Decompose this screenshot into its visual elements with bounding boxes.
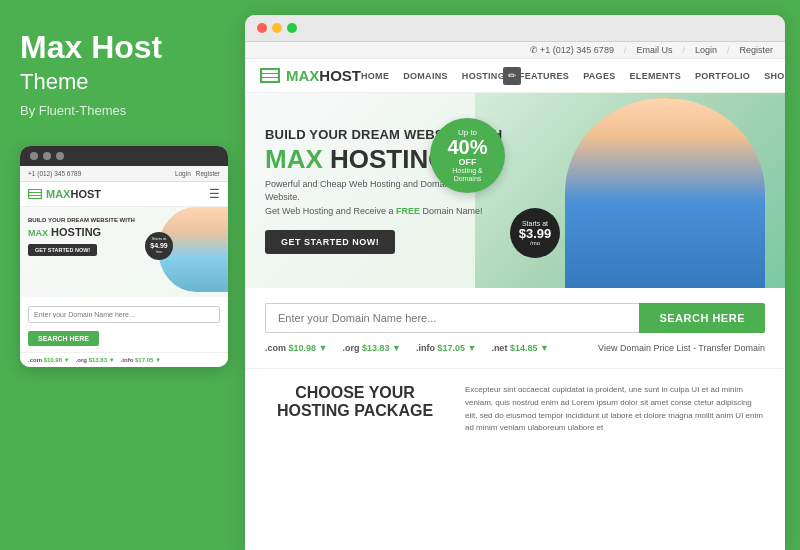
domain-search-section: SEARCH HERE .com $10.98 ▼ .org $13.83 ▼ … — [245, 288, 785, 369]
theme-subtitle: Theme — [20, 69, 88, 95]
hero-person-body — [565, 98, 765, 288]
mobile-logo: MAXHOST — [28, 188, 101, 200]
hosting-description: Excepteur sint occaecat cupidatat ia pro… — [465, 384, 765, 435]
dot-2 — [43, 152, 51, 160]
topbar-register[interactable]: Register — [739, 45, 773, 55]
hosting-section: CHOOSE YOUR HOSTING PACKAGE Excepteur si… — [245, 369, 785, 450]
mobile-domain-section: SEARCH HERE — [20, 297, 228, 352]
site-hero: BUILD YOUR DREAM WEBSITE WITH MAX HOSTIN… — [245, 93, 785, 288]
mobile-starts-badge: Starts at $4.99 /mo — [145, 232, 173, 260]
domain-search-row: SEARCH HERE — [265, 303, 765, 333]
nav-portfolio[interactable]: PORTFOLIO — [695, 71, 750, 81]
price-org: .org $13.83 ▼ — [342, 343, 400, 353]
topbar-sep3: / — [727, 45, 730, 55]
hero-cta-button[interactable]: GET STARTED NOW! — [265, 230, 395, 254]
mobile-phone: +1 (012) 345 6789 — [28, 170, 81, 177]
starts-mo: /mo — [530, 240, 540, 246]
site-logo: MAXHOST — [260, 67, 361, 84]
nav-domains[interactable]: DOMAINS — [403, 71, 448, 81]
theme-author: By Fluent-Themes — [20, 103, 126, 118]
mobile-price-org: .org $13.83 ▼ — [76, 357, 115, 363]
mobile-topbar: +1 (012) 345 6789 Login Register — [20, 166, 228, 182]
mobile-topbar-links: Login Register — [175, 170, 220, 177]
domain-search-button[interactable]: SEARCH HERE — [639, 303, 765, 333]
mobile-domain-prices: .com $10.98 ▼ .org $13.83 ▼ .info $17.05… — [20, 352, 228, 367]
free-label: FREE — [396, 206, 420, 216]
mobile-logo-icon — [28, 189, 42, 199]
view-domain-prices-link[interactable]: View Domain Price List - Transfer Domain — [598, 343, 765, 353]
price-com: .com $10.98 ▼ — [265, 343, 327, 353]
hero-max: MAX — [265, 144, 323, 174]
hero-discount-badge: Up to 40% OFF Hosting &Domains — [430, 118, 505, 193]
mobile-price-com: .com $10.98 ▼ — [28, 357, 70, 363]
domain-search-input[interactable] — [265, 303, 639, 333]
window-maximize-dot[interactable] — [287, 23, 297, 33]
badge-pct: 40% — [447, 137, 487, 157]
mobile-search-button[interactable]: SEARCH HERE — [28, 331, 99, 346]
left-panel: Max Host Theme By Fluent-Themes +1 (012)… — [0, 0, 245, 550]
starts-price: $3.99 — [519, 227, 552, 240]
mobile-card-chrome — [20, 146, 228, 166]
badge-desc: Hosting &Domains — [452, 167, 482, 184]
starts-at-badge: Starts at $3.99 /mo — [510, 208, 560, 258]
site-topbar: ✆ +1 (012) 345 6789 / Email Us / Login /… — [245, 42, 785, 59]
hosting-package-label: HOSTING PACKAGE — [277, 402, 433, 419]
mobile-hero-btn[interactable]: GET STARTED NOW! — [28, 244, 97, 256]
choose-your-label: CHOOSE YOUR — [265, 384, 445, 402]
dot-1 — [30, 152, 38, 160]
badge-off: OFF — [459, 157, 477, 167]
mobile-register[interactable]: Register — [196, 170, 220, 177]
window-chrome — [245, 15, 785, 42]
mobile-hamburger-icon[interactable]: ☰ — [209, 187, 220, 201]
mobile-preview-card: +1 (012) 345 6789 Login Register MAXHOST… — [20, 146, 228, 367]
mobile-hero: BUILD YOUR DREAM WEBSITE WITH MAX HOSTIN… — [20, 207, 228, 297]
hosting-section-title: CHOOSE YOUR HOSTING PACKAGE — [265, 384, 445, 419]
edit-icon[interactable]: ✏ — [503, 67, 521, 85]
price-net: .net $14.85 ▼ — [491, 343, 548, 353]
topbar-sep2: / — [682, 45, 685, 55]
nav-pages[interactable]: PAGES — [583, 71, 615, 81]
topbar-login[interactable]: Login — [695, 45, 717, 55]
mobile-login[interactable]: Login — [175, 170, 191, 177]
site-nav: MAXHOST HOME DOMAINS HOSTING FEATURES PA… — [245, 59, 785, 93]
site-logo-icon — [260, 68, 280, 83]
topbar-email[interactable]: Email Us — [636, 45, 672, 55]
window-close-dot[interactable] — [257, 23, 267, 33]
nav-elements[interactable]: ELEMENTS — [630, 71, 681, 81]
nav-hosting[interactable]: HOSTING — [462, 71, 505, 81]
window-minimize-dot[interactable] — [272, 23, 282, 33]
domain-prices-list: .com $10.98 ▼ .org $13.83 ▼ .info $17.05… — [265, 343, 549, 353]
domain-prices-row: .com $10.98 ▼ .org $13.83 ▼ .info $17.05… — [265, 343, 765, 353]
hosting-title-block: CHOOSE YOUR HOSTING PACKAGE — [265, 384, 445, 435]
desktop-preview-panel: ✆ +1 (012) 345 6789 / Email Us / Login /… — [245, 15, 785, 550]
price-info: .info $17.05 ▼ — [416, 343, 476, 353]
dot-3 — [56, 152, 64, 160]
mobile-domain-input[interactable] — [28, 306, 220, 323]
mobile-nav: MAXHOST ☰ — [20, 182, 228, 207]
nav-home[interactable]: HOME — [361, 71, 389, 81]
nav-shop[interactable]: SHOP — [764, 71, 785, 81]
nav-features[interactable]: FEATURES — [519, 71, 569, 81]
mobile-price-info: .info $17.05 ▼ — [121, 357, 161, 363]
site-nav-links: HOME DOMAINS HOSTING FEATURES PAGES ELEM… — [361, 71, 785, 81]
topbar-phone: ✆ +1 (012) 345 6789 — [530, 45, 614, 55]
topbar-sep1: / — [624, 45, 627, 55]
mobile-hero-text: BUILD YOUR DREAM WEBSITE WITH MAX HOSTIN… — [28, 217, 138, 238]
theme-title: Max Host — [20, 30, 162, 65]
